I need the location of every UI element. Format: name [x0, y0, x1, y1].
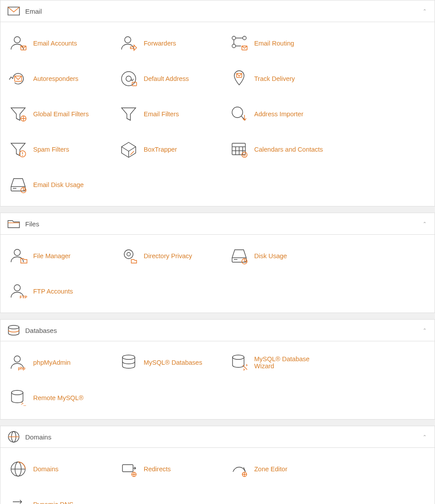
svg-point-38: [124, 250, 133, 259]
item-label: Forwarders: [144, 40, 176, 47]
autoresponders-icon: [8, 69, 28, 88]
item-label: File Manager: [33, 252, 71, 260]
panel-header-files[interactable]: Files ⌃: [0, 213, 435, 235]
boxtrapper-icon: [119, 140, 138, 159]
item-disk-usage[interactable]: Disk Usage: [225, 241, 336, 271]
svg-point-4: [232, 36, 236, 40]
item-boxtrapper[interactable]: BoxTrapper: [114, 134, 225, 164]
item-label: FTP Accounts: [33, 288, 73, 295]
item-label: phpMyAdmin: [33, 359, 71, 366]
item-default-address[interactable]: Default Address: [114, 64, 225, 94]
mysql-databases-icon: [119, 353, 138, 372]
item-ftp-accounts[interactable]: FTP FTP Accounts: [4, 276, 114, 306]
item-zone-editor[interactable]: Zone Editor: [225, 454, 336, 484]
panel-header-email[interactable]: Email ⌃: [0, 0, 435, 22]
item-label: Default Address: [144, 75, 189, 82]
svg-point-51: [11, 390, 23, 395]
chevron-up-icon: ⌃: [423, 434, 427, 440]
item-label: Autoresponders: [33, 75, 78, 82]
domains-icon: [8, 459, 28, 479]
item-mysql-databases[interactable]: MySQL® Databases: [114, 347, 225, 378]
item-autoresponders[interactable]: Autoresponders: [4, 64, 114, 94]
disk-usage-icon: [229, 246, 249, 266]
item-email-filters[interactable]: Email Filters: [114, 99, 225, 129]
email-section-icon: [8, 5, 20, 17]
forwarders-icon: [119, 34, 138, 53]
email-routing-icon: [229, 34, 249, 53]
directory-privacy-icon: [119, 246, 138, 266]
item-email-accounts[interactable]: Email Accounts: [4, 28, 114, 58]
svg-point-45: [8, 325, 19, 329]
databases-section-icon: [8, 324, 20, 336]
panel-body-databases: php phpMyAdmin MySQL® Databases MySQL® D…: [0, 341, 435, 419]
svg-point-5: [243, 36, 246, 40]
svg-point-16: [232, 107, 243, 118]
phpmyadmin-icon: php: [8, 353, 28, 372]
item-label: Disk Usage: [254, 252, 287, 260]
remote-mysql-icon: >_: [8, 388, 28, 408]
redirects-icon: [119, 459, 138, 479]
svg-point-37: [14, 249, 20, 256]
item-label: MySQL® Database Wizard: [254, 355, 331, 370]
files-section-icon: [8, 218, 20, 230]
chevron-up-icon: ⌃: [423, 8, 427, 14]
track-delivery-icon: [229, 69, 249, 88]
email-filters-icon: [119, 104, 138, 124]
svg-text:@: @: [243, 153, 246, 157]
panel-title: Email: [25, 8, 42, 15]
panel-body-files: File Manager Directory Privacy Disk Usag…: [0, 235, 435, 313]
panel-header-domains[interactable]: Domains ⌃: [0, 426, 435, 448]
svg-point-6: [232, 44, 236, 48]
panel-domains: Domains ⌃ Domains Redirects Zone Editor: [0, 426, 435, 504]
svg-point-48: [122, 355, 135, 359]
svg-text:FTP: FTP: [20, 295, 27, 299]
svg-rect-59: [122, 465, 133, 472]
item-dynamic-dns[interactable]: Dynamic DNS: [4, 489, 114, 504]
panel-title: Databases: [25, 327, 57, 334]
svg-marker-18: [11, 143, 25, 156]
panel-databases: Databases ⌃ php phpMyAdmin MySQL® Databa…: [0, 319, 435, 420]
default-address-icon: [119, 69, 138, 88]
item-email-routing[interactable]: Email Routing: [225, 28, 336, 58]
item-remote-mysql[interactable]: >_ Remote MySQL®: [4, 383, 114, 413]
item-phpmyadmin[interactable]: php phpMyAdmin: [4, 347, 114, 378]
item-label: Email Disk Usage: [33, 181, 84, 188]
panel-body-domains: Domains Redirects Zone Editor Dynamic DN…: [0, 448, 435, 504]
item-label: Directory Privacy: [144, 252, 192, 260]
item-directory-privacy[interactable]: Directory Privacy: [114, 241, 225, 271]
item-label: Zone Editor: [254, 466, 287, 473]
item-redirects[interactable]: Redirects: [114, 454, 225, 484]
item-label: Domains: [33, 466, 58, 473]
item-email-disk-usage[interactable]: Email Disk Usage: [4, 170, 114, 200]
file-manager-icon: [8, 246, 28, 266]
svg-point-1: [14, 37, 20, 43]
panel-title: Domains: [25, 433, 51, 441]
item-track-delivery[interactable]: Track Delivery: [225, 64, 336, 94]
address-importer-icon: [229, 104, 249, 124]
item-file-manager[interactable]: File Manager: [4, 241, 114, 271]
item-spam-filters[interactable]: Spam Filters: [4, 134, 114, 164]
ftp-accounts-icon: FTP: [8, 282, 28, 301]
svg-point-21: [22, 155, 23, 156]
panel-body-email: Email Accounts Forwarders Email Routing …: [0, 22, 435, 206]
item-mysql-wizard[interactable]: MySQL® Database Wizard: [225, 347, 336, 378]
panel-email: Email ⌃ Email Accounts Forwarders Email …: [0, 0, 435, 206]
item-label: Calendars and Contacts: [254, 146, 323, 153]
item-address-importer[interactable]: Address Importer: [225, 99, 336, 129]
panel-header-databases[interactable]: Databases ⌃: [0, 320, 435, 341]
svg-text:php: php: [18, 366, 26, 370]
item-forwarders[interactable]: Forwarders: [114, 28, 225, 58]
email-disk-usage-icon: [8, 175, 28, 195]
mysql-wizard-icon: [229, 353, 249, 372]
item-label: Email Accounts: [33, 40, 77, 47]
dynamic-dns-icon: [8, 495, 28, 504]
svg-point-43: [14, 285, 20, 291]
calendars-contacts-icon: @: [229, 140, 249, 159]
svg-point-39: [127, 252, 130, 256]
item-calendars-contacts[interactable]: @ Calendars and Contacts: [225, 134, 336, 164]
item-global-email-filters[interactable]: Global Email Filters: [4, 99, 114, 129]
item-domains[interactable]: Domains: [4, 454, 114, 484]
email-accounts-icon: [8, 34, 28, 53]
item-label: Address Importer: [254, 111, 303, 118]
svg-point-10: [126, 76, 131, 81]
